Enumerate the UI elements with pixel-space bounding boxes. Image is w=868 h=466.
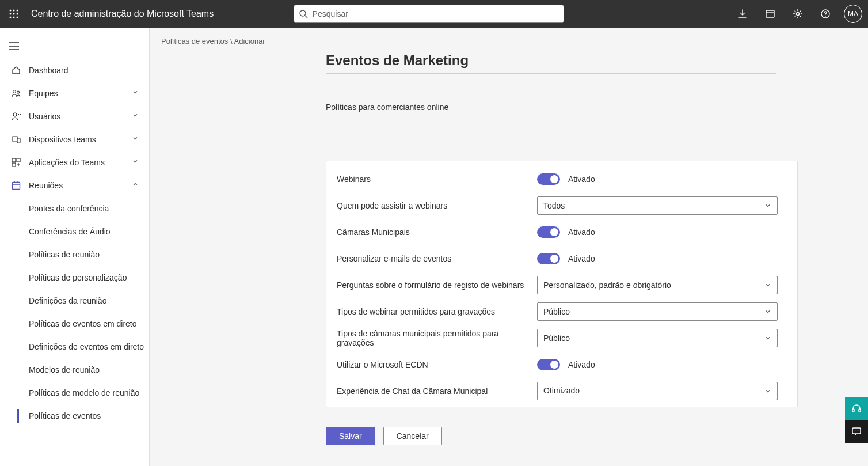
setting-label-webinars: Webinars <box>337 175 537 184</box>
svg-point-27 <box>855 430 856 431</box>
sidebar-item-label: Políticas de modelo de reunião <box>29 388 139 397</box>
sidebar-item-aplicacoes[interactable]: Aplicações do Teams <box>0 151 149 174</box>
sidebar-sub-politicas-eventos-direto[interactable]: Políticas de eventos em direto <box>0 312 149 335</box>
svg-point-4 <box>13 13 15 15</box>
sidebar-item-label: Equipes <box>29 89 132 98</box>
cancel-button[interactable]: Cancelar <box>383 427 442 445</box>
sidebar-sub-modelos-reuniao[interactable]: Modelos de reunião <box>0 358 149 381</box>
toggle-customize-emails[interactable] <box>537 253 560 264</box>
search-icon <box>299 9 308 18</box>
search-input[interactable] <box>313 9 559 18</box>
save-button[interactable]: Salvar <box>326 427 375 445</box>
sidebar-sub-politicas-reuniao[interactable]: Políticas de reunião <box>0 243 149 266</box>
sidebar-sub-definicoes-eventos-direto[interactable]: Definições de eventos em direto <box>0 335 149 358</box>
select-who-can-attend[interactable]: Todos <box>537 196 778 215</box>
sidebar-sub-politicas-modelo-reuniao[interactable]: Políticas de modelo de reunião <box>0 381 149 404</box>
sidebar-item-label: Modelos de reunião <box>29 365 100 374</box>
select-value: Personalizado, padrão e obrigatório <box>543 281 671 290</box>
setting-label-webinar-recording-types: Tipos de webinar permitidos para gravaçõ… <box>337 307 537 316</box>
svg-line-10 <box>305 16 307 18</box>
sidebar-sub-conferencias-audio[interactable]: Conferências de Áudio <box>0 220 149 243</box>
sidebar-item-label: Aplicações do Teams <box>29 158 132 167</box>
sidebar-item-label: Políticas de eventos <box>29 411 101 420</box>
toggle-use-ecdn[interactable] <box>537 359 560 370</box>
chevron-down-icon <box>132 135 141 144</box>
people-icon <box>10 88 22 99</box>
breadcrumb-current: Adicionar <box>234 37 265 46</box>
svg-point-14 <box>825 16 826 17</box>
svg-rect-21 <box>17 158 20 162</box>
topbar: Centro de administração do Microsoft Tea… <box>0 0 868 28</box>
chevron-down-icon <box>764 335 771 342</box>
svg-point-0 <box>10 10 12 12</box>
breadcrumb-parent[interactable]: Políticas de eventos <box>161 37 228 46</box>
app-launcher-icon[interactable] <box>0 0 28 28</box>
sidebar-item-label: Políticas de personalização <box>29 273 127 282</box>
sidebar-sub-pontes[interactable]: Pontes da conferência <box>0 197 149 220</box>
apps-icon <box>10 157 22 168</box>
select-value: Público <box>543 307 570 316</box>
breadcrumb: Políticas de eventos \ Adicionar <box>150 28 868 52</box>
toggle-state: Ativado <box>568 360 595 369</box>
svg-rect-23 <box>13 183 20 190</box>
sidebar-item-label: Dispositivos teams <box>29 135 132 144</box>
sidebar-item-label: Pontes da conferência <box>29 204 109 213</box>
page-description: Políticas para comerciantes online <box>326 74 776 120</box>
sidebar-item-label: Dashboard <box>29 66 141 75</box>
svg-rect-20 <box>12 158 16 162</box>
select-webinar-recording-types[interactable]: Público <box>537 302 778 321</box>
person-icon <box>10 111 22 122</box>
search-box[interactable] <box>294 5 564 23</box>
svg-point-5 <box>17 13 18 15</box>
chevron-down-icon <box>764 282 771 289</box>
sidebar-sub-politicas-personalizacao[interactable]: Políticas de personalização <box>0 266 149 289</box>
sidebar-sub-politicas-eventos[interactable]: Políticas de eventos <box>0 404 149 427</box>
chevron-down-icon <box>764 202 771 209</box>
svg-point-12 <box>797 13 800 16</box>
sidebar-item-label: Reuniões <box>29 181 132 190</box>
select-townhall-chat[interactable]: Otimizado <box>537 382 778 400</box>
svg-rect-26 <box>852 428 861 434</box>
svg-point-28 <box>858 430 859 431</box>
toggle-state: Ativado <box>568 254 595 263</box>
toggle-webinars[interactable] <box>537 173 560 185</box>
setting-label-town-halls: Câmaras Municipais <box>337 228 537 237</box>
select-townhall-recording-types[interactable]: Público <box>537 329 778 347</box>
svg-point-7 <box>13 17 15 18</box>
setting-label-use-ecdn: Utilizar o Microsoft ECDN <box>337 360 537 369</box>
setting-label-townhall-chat: Experiência de Chat da Câmara Municipal <box>337 387 537 396</box>
download-icon[interactable] <box>730 0 755 28</box>
sidebar-item-label: Políticas de reunião <box>29 250 100 259</box>
toggle-town-halls[interactable] <box>537 226 560 238</box>
sidebar-item-label: Definições de eventos em direto <box>29 342 144 351</box>
sidebar-item-dashboard[interactable]: Dashboard <box>0 59 149 82</box>
feedback-icon[interactable] <box>845 420 868 443</box>
svg-point-1 <box>13 10 15 12</box>
calendar-icon <box>10 180 22 191</box>
svg-rect-24 <box>852 409 854 412</box>
sidebar-item-label: Usuários <box>29 112 132 121</box>
svg-point-3 <box>10 13 12 15</box>
sidebar-sub-definicoes-reuniao[interactable]: Definições da reunião <box>0 289 149 312</box>
sidebar-item-equipes[interactable]: Equipes <box>0 82 149 105</box>
help-icon[interactable] <box>813 0 838 28</box>
sidebar-item-dispositivos[interactable]: Dispositivos teams <box>0 128 149 151</box>
select-registration-questions[interactable]: Personalizado, padrão e obrigatório <box>537 276 778 294</box>
chevron-down-icon <box>764 388 771 395</box>
setting-label-registration-questions: Perguntas sobre o formulário de registo … <box>337 281 537 290</box>
chevron-up-icon <box>132 181 141 190</box>
main-content: Políticas de eventos \ Adicionar Eventos… <box>150 28 868 466</box>
preview-icon[interactable] <box>757 0 783 28</box>
home-icon <box>10 65 22 76</box>
hamburger-icon[interactable] <box>0 33 28 59</box>
sidebar-item-usuarios[interactable]: Usuários <box>0 105 149 128</box>
svg-rect-11 <box>766 10 774 17</box>
svg-point-6 <box>10 17 12 18</box>
devices-icon <box>10 134 22 145</box>
headset-help-icon[interactable] <box>845 397 868 420</box>
sidebar-item-reunioes[interactable]: Reuniões <box>0 174 149 197</box>
toggle-state: Ativado <box>568 228 595 237</box>
text-cursor <box>581 387 581 396</box>
gear-icon[interactable] <box>785 0 810 28</box>
avatar[interactable]: MA <box>844 5 862 23</box>
